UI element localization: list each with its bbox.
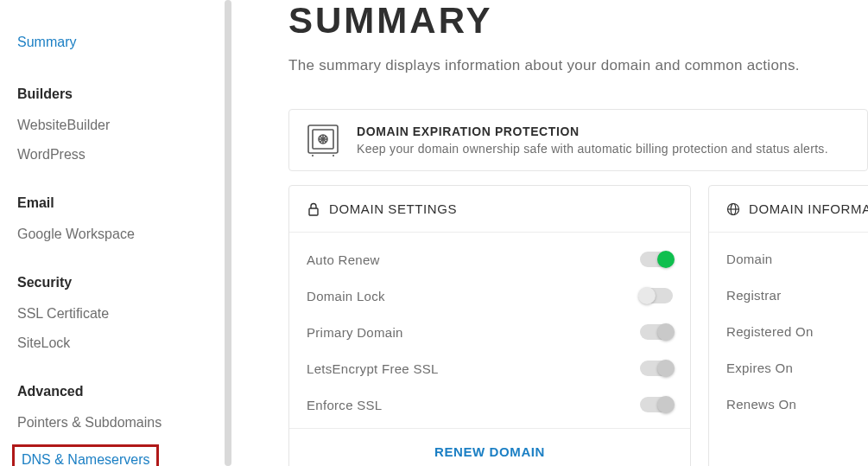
card-title-settings: DOMAIN SETTINGS (329, 201, 457, 216)
setting-label: Enforce SSL (307, 398, 383, 412)
sidebar-heading-security: Security (17, 275, 231, 290)
setting-enforce-ssl: Enforce SSL (307, 386, 673, 423)
setting-auto-renew: Auto Renew (307, 241, 673, 278)
setting-primary-domain: Primary Domain (307, 314, 673, 350)
safe-icon (305, 122, 341, 158)
expiration-protection-banner: DOMAIN EXPIRATION PROTECTION Keep your d… (288, 109, 868, 171)
highlight-annotation: DNS & Nameservers (12, 444, 159, 466)
renew-domain-button[interactable]: RENEW DOMAIN (289, 428, 690, 466)
sidebar-section-builders: Builders WebsiteBuilder WordPress (17, 86, 231, 169)
main-content: SUMMARY The summary displays information… (231, 0, 868, 466)
card-header-settings: DOMAIN SETTINGS (289, 186, 690, 233)
sidebar-section-email: Email Google Workspace (17, 195, 231, 249)
page-title: SUMMARY (288, 0, 868, 41)
toggle-domain-lock[interactable] (640, 288, 673, 303)
sidebar-section-advanced: Advanced Pointers & Subdomains DNS & Nam… (17, 384, 231, 466)
sidebar-item-pointers-subdomains[interactable]: Pointers & Subdomains (17, 408, 231, 437)
sidebar-item-google-workspace[interactable]: Google Workspace (17, 220, 231, 249)
info-registrar: Registrar (726, 278, 868, 314)
banner-title: DOMAIN EXPIRATION PROTECTION (357, 124, 828, 138)
info-domain: Domain (726, 241, 868, 278)
toggle-letsencrypt[interactable] (640, 361, 673, 376)
toggle-primary-domain[interactable] (640, 324, 673, 340)
domain-information-card: DOMAIN INFORMATIC Domain Registrar Regis… (708, 185, 868, 466)
page-subtitle: The summary displays information about y… (288, 57, 868, 74)
info-registered-on: Registered On (726, 314, 868, 350)
sidebar-item-dns-nameservers[interactable]: DNS & Nameservers (15, 447, 156, 466)
setting-label: LetsEncrypt Free SSL (307, 361, 439, 376)
card-header-info: DOMAIN INFORMATIC (709, 186, 868, 233)
sidebar: Summary Builders WebsiteBuilder WordPres… (0, 0, 231, 466)
domain-settings-card: DOMAIN SETTINGS Auto Renew Domain Lock P… (288, 185, 691, 466)
setting-label: Domain Lock (307, 289, 385, 303)
cards-row: DOMAIN SETTINGS Auto Renew Domain Lock P… (288, 185, 868, 466)
sidebar-heading-builders: Builders (17, 86, 231, 102)
globe-icon (726, 202, 740, 216)
toggle-auto-renew[interactable] (640, 252, 673, 267)
info-body: Domain Registrar Registered On Expires O… (709, 233, 868, 428)
banner-content: DOMAIN EXPIRATION PROTECTION Keep your d… (357, 124, 828, 156)
banner-text: Keep your domain ownership safe with aut… (357, 142, 828, 156)
sidebar-item-sitelock[interactable]: SiteLock (17, 329, 231, 358)
sidebar-heading-email: Email (17, 195, 231, 211)
setting-letsencrypt: LetsEncrypt Free SSL (307, 350, 673, 386)
sidebar-section-security: Security SSL Certificate SiteLock (17, 275, 231, 358)
setting-label: Auto Renew (307, 252, 380, 267)
setting-domain-lock: Domain Lock (307, 278, 673, 314)
lock-icon (307, 202, 320, 216)
toggle-enforce-ssl[interactable] (640, 397, 673, 412)
sidebar-item-wordpress[interactable]: WordPress (17, 140, 231, 169)
sidebar-heading-advanced: Advanced (17, 384, 231, 399)
sidebar-item-summary[interactable]: Summary (17, 17, 231, 61)
sidebar-item-ssl-certificate[interactable]: SSL Certificate (17, 299, 231, 329)
settings-body: Auto Renew Domain Lock Primary Domain Le… (289, 233, 690, 428)
info-renews-on: Renews On (726, 386, 868, 423)
card-title-info: DOMAIN INFORMATIC (749, 201, 868, 216)
setting-label: Primary Domain (307, 325, 403, 340)
info-expires-on: Expires On (726, 350, 868, 386)
sidebar-item-websitebuilder[interactable]: WebsiteBuilder (17, 111, 231, 140)
svg-rect-9 (309, 208, 318, 215)
